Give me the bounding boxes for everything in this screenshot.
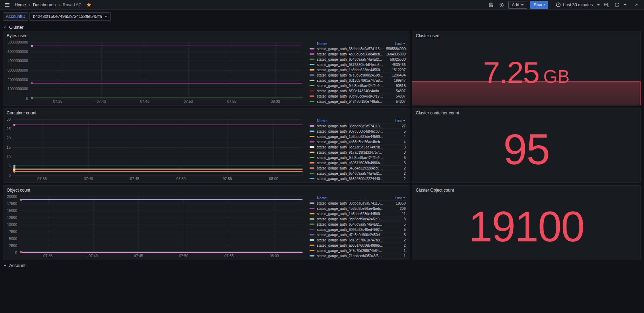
legend-name-column-header[interactable]: Name — [310, 119, 395, 123]
refresh-icon[interactable] — [613, 1, 621, 9]
legend-row[interactable]: statsd_gauge_auth_045c70d2f8974b84b7611b… — [310, 248, 406, 253]
time-range-picker[interactable]: Last 30 minutes — [556, 2, 600, 7]
chart-plot[interactable]: 07:3507:4007:4507:5007:5508:00 — [20, 197, 303, 253]
legend-row[interactable]: statsd_gauge_auth_346c4d32922e4cc091c224… — [310, 166, 406, 171]
series-swatch[interactable] — [310, 250, 314, 251]
legend-row[interactable]: statsd_gauge_auth_9dd8cef9ac424f2e957264… — [310, 217, 406, 222]
series-swatch[interactable] — [310, 255, 314, 257]
legend-row[interactable]: statsd_gauge_auth_4b85d5be66ae4beb95208e… — [310, 52, 406, 57]
legend-row[interactable]: statsd_gauge_auth_6d13c57861a747a89ef36b… — [310, 78, 406, 83]
row-header-cluster[interactable]: Cluster — [0, 23, 644, 31]
series-swatch[interactable] — [310, 245, 314, 246]
chevron-up-icon[interactable] — [633, 1, 640, 9]
legend-row[interactable]: statsd_gauge_auth_66592500d2224440893eaf… — [310, 176, 406, 181]
zoom-out-time-icon[interactable] — [603, 1, 610, 9]
favorite-star-icon[interactable] — [85, 1, 93, 9]
legend-row[interactable]: statsd_gauge_auth_1b3bbb623de44560a82b7a… — [310, 67, 406, 73]
legend-row[interactable]: statsd_gauge_auth_9dd8cef9ac424f2e957264… — [310, 83, 406, 88]
breadcrumb-dashboards[interactable]: Dashboards — [33, 2, 56, 7]
legend-last-column-header[interactable]: Last — [395, 41, 406, 46]
legend-row[interactable]: statsd_gauge_auth_d7e3b9c900e2450da3fead… — [310, 73, 406, 78]
series-swatch[interactable] — [310, 74, 314, 76]
series-swatch[interactable] — [310, 59, 314, 60]
chart-plot[interactable]: 07:3507:4007:4507:5007:5508:00 — [30, 42, 303, 98]
legend-row[interactable]: statsd_gauge_auth_6546c9aa574a4af29f96f7… — [310, 57, 406, 62]
legend-row[interactable]: statsd_gauge_auth_1b3bbb623de44560a82b7a… — [310, 211, 406, 217]
series-swatch[interactable] — [310, 239, 314, 241]
panel-title[interactable]: Bytes used — [3, 31, 409, 39]
row-header-account[interactable]: Account — [0, 261, 644, 269]
series-swatch[interactable] — [310, 178, 314, 179]
legend-row[interactable]: statsd_gauge_auth_917ac19f3d33475790fd95… — [310, 150, 406, 155]
series-swatch[interactable] — [310, 173, 314, 174]
series-swatch[interactable] — [310, 229, 314, 230]
series-swatch[interactable] — [310, 146, 314, 148]
save-dashboard-icon[interactable] — [487, 1, 495, 9]
series-swatch[interactable] — [310, 101, 314, 102]
legend-row[interactable]: statsd_gauge_auth_6d13c57861a747a89ef36b… — [310, 238, 406, 243]
legend-row[interactable]: statsd_gauge_auth_6546c9aa574a4af29f96f7… — [310, 171, 406, 176]
series-swatch[interactable] — [310, 202, 314, 204]
chart-plot[interactable]: 07:3507:4007:4507:5007:5508:00 — [13, 119, 303, 175]
gridline-horizontal — [30, 52, 303, 52]
series-swatch[interactable] — [310, 234, 314, 235]
series-swatch[interactable] — [310, 64, 314, 65]
breadcrumb-current-dashboard[interactable]: Rasad AC — [63, 2, 82, 7]
series-swatch[interactable] — [310, 224, 314, 225]
panel-title[interactable]: Object count — [3, 186, 409, 194]
legend-row[interactable]: statsd_gauge_auth_38dbda8a9a574113af5cb1… — [310, 124, 406, 129]
legend-row[interactable]: statsd_gauge_auth_4b85d5be66ae4beb95208e… — [310, 139, 406, 145]
legend-row[interactable]: statsd_gauge_auth_9dd8cef9ac424f2e957264… — [310, 155, 406, 160]
add-button[interactable]: Add — [508, 1, 527, 9]
panel-title[interactable]: Container count — [3, 108, 409, 116]
series-swatch[interactable] — [310, 85, 314, 86]
series-swatch[interactable] — [310, 90, 314, 92]
legend-row[interactable]: statsd_gauge_auth_8066a22c40ed49928168c7… — [310, 227, 406, 232]
series-swatch[interactable] — [310, 95, 314, 97]
series-swatch[interactable] — [310, 152, 314, 153]
panel-title[interactable]: Cluster used — [412, 31, 640, 39]
legend-row[interactable]: statsd_gauge_auth_a6051ff6036b4986b12d8d… — [310, 160, 406, 166]
legend-last-column-header[interactable]: Last — [395, 119, 406, 123]
legend-row[interactable]: statsd_gauge_auth_93bf76cc646d40f19eaa44… — [310, 94, 406, 99]
series-swatch[interactable] — [310, 131, 314, 132]
series-line — [20, 199, 303, 200]
series-swatch[interactable] — [310, 213, 314, 214]
series-swatch[interactable] — [310, 80, 314, 81]
menu-icon[interactable] — [4, 1, 11, 9]
series-swatch[interactable] — [310, 157, 314, 158]
series-swatch[interactable] — [310, 125, 314, 127]
legend-row[interactable]: statsd_gauge_auth_38dbda8a9a574113af5cb1… — [310, 46, 406, 52]
series-swatch[interactable] — [310, 53, 314, 55]
legend-row[interactable]: statsd_gauge_auth_38dbda8a9a574113af5cb1… — [310, 201, 406, 206]
legend-row[interactable]: statsd_gauge_auth_d7e3b9c900e2450da3fead… — [310, 232, 406, 238]
legend-row[interactable]: statsd_gauge_auth_9376330fc4df4ecb8caae1… — [310, 62, 406, 67]
breadcrumb-home[interactable]: Home — [15, 2, 26, 7]
legend-row[interactable]: statsd_gauge_auth_71ecdecd405046f6bb9259… — [310, 253, 406, 259]
legend-name-column-header[interactable]: Name — [310, 196, 395, 200]
series-swatch[interactable] — [310, 69, 314, 71]
legend-row[interactable]: statsd_gauge_auth_8f00a143240e4ada9537ad… — [310, 88, 406, 94]
legend-row[interactable]: statsd_gauge_auth_4b85d5be66ae4beb95208e… — [310, 206, 406, 211]
dashboard-settings-gear-icon[interactable] — [498, 1, 506, 9]
legend-row[interactable]: statsd_gauge_auth_1b3bbb623de44560a82b7a… — [310, 134, 406, 139]
legend-row[interactable]: statsd_gauge_auth_9376330fc4df4ecb8caae1… — [310, 129, 406, 134]
series-swatch[interactable] — [310, 162, 314, 164]
panel-title[interactable]: Cluster Object count — [412, 186, 640, 194]
share-button[interactable]: Share — [530, 1, 548, 9]
legend-row[interactable]: statsd_gauge_auth_6546c9aa574a4af29f96f7… — [310, 222, 406, 227]
series-swatch[interactable] — [310, 208, 314, 209]
series-swatch[interactable] — [310, 136, 314, 137]
series-swatch[interactable] — [310, 167, 314, 169]
accountid-variable-dropdown[interactable]: b42480f150e749a5b734138ffe545ffa — [29, 12, 110, 21]
legend-row[interactable]: statsd_gauge_auth_a6051ff6036b4986b12d8d… — [310, 243, 406, 248]
legend-last-column-header[interactable]: Last — [395, 196, 406, 200]
series-swatch[interactable] — [310, 48, 314, 49]
series-swatch[interactable] — [310, 218, 314, 220]
legend-row[interactable]: statsd_gauge_auth_6cc13c5c5ea74f09b22d42… — [310, 145, 406, 150]
legend-name-column-header[interactable]: Name — [310, 41, 395, 46]
legend-row[interactable]: statsd_gauge_auth_b42480f150e749a5b73413… — [310, 99, 406, 104]
series-swatch[interactable] — [310, 141, 314, 142]
refresh-interval-chevron-icon[interactable] — [624, 4, 626, 6]
panel-title[interactable]: Cluster container count — [412, 108, 640, 116]
